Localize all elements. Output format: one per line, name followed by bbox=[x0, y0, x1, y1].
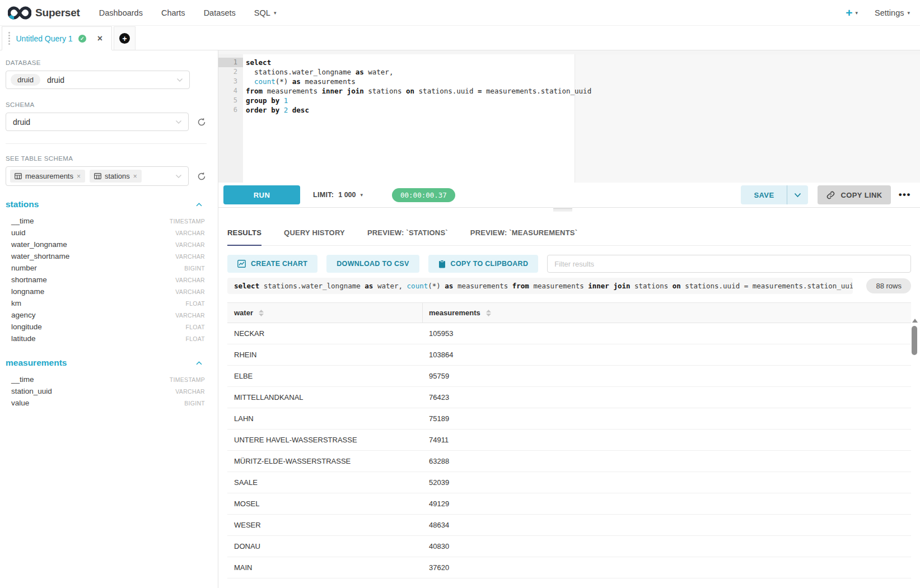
schema-column-row: agency VARCHAR bbox=[6, 309, 207, 321]
schema-column-row: longitude FLOAT bbox=[6, 321, 207, 333]
database-select[interactable]: druid druid bbox=[6, 71, 190, 89]
column-type: FLOAT bbox=[185, 300, 205, 307]
table-schema-select[interactable]: measurements × stations × bbox=[6, 166, 189, 186]
schema-label: SCHEMA bbox=[6, 101, 207, 108]
nav-item-dashboards[interactable]: Dashboards bbox=[99, 8, 143, 17]
water-cell: ELBE bbox=[227, 372, 423, 380]
results-tab-0[interactable]: RESULTS bbox=[227, 220, 261, 245]
query-preview-row: select stations.water_longname as water,… bbox=[227, 278, 911, 294]
query-tab-title: Untitled Query 1 bbox=[16, 34, 73, 43]
table-row: LAHN 75189 bbox=[227, 408, 911, 430]
superset-logo[interactable]: Superset bbox=[8, 6, 80, 20]
column-type: BIGINT bbox=[184, 400, 205, 407]
schema-column-row: uuid VARCHAR bbox=[6, 227, 207, 239]
schema-column-row: station_uuid VARCHAR bbox=[6, 385, 207, 397]
schema-table-columns: __time TIMESTAMP station_uuid VARCHAR va… bbox=[6, 374, 207, 409]
download-csv-label: DOWNLOAD TO CSV bbox=[337, 260, 409, 268]
table-row: MÜRITZ-ELDE-WASSERSTRASSE 63288 bbox=[227, 451, 911, 472]
close-tab-icon[interactable]: × bbox=[97, 34, 102, 43]
copy-link-button[interactable]: COPY LINK bbox=[818, 185, 890, 204]
refresh-schema-button[interactable] bbox=[197, 117, 207, 127]
nav-items: DashboardsChartsDatasetsSQL▾ bbox=[99, 8, 277, 17]
superset-sql-lab: Superset DashboardsChartsDatasetsSQL▾ + … bbox=[0, 0, 920, 588]
download-csv-button[interactable]: DOWNLOAD TO CSV bbox=[326, 255, 419, 273]
column-type: VARCHAR bbox=[175, 230, 205, 236]
measurements-cell: 40830 bbox=[423, 542, 911, 550]
sort-icon bbox=[259, 310, 264, 316]
measurements-cell: 75189 bbox=[423, 414, 911, 423]
results-table-header: water measurements bbox=[227, 302, 911, 323]
chevron-down-icon bbox=[175, 120, 182, 124]
results-tab-1[interactable]: QUERY HISTORY bbox=[284, 220, 345, 245]
water-cell: WESER bbox=[227, 521, 423, 529]
sqllab-sidebar: DATABASE druid druid SCHEMA druid bbox=[0, 50, 218, 588]
column-type: FLOAT bbox=[185, 324, 205, 330]
table-row: ELBE 95759 bbox=[227, 366, 911, 387]
save-dropdown-button[interactable] bbox=[787, 185, 808, 204]
table-row: WESER 48634 bbox=[227, 515, 911, 536]
measurements-cell: 76423 bbox=[423, 393, 911, 402]
column-type: VARCHAR bbox=[175, 288, 205, 295]
schema-column-row: __time TIMESTAMP bbox=[6, 215, 207, 227]
nav-item-sql[interactable]: SQL▾ bbox=[254, 8, 277, 17]
schema-column-row: km FLOAT bbox=[6, 297, 207, 309]
filter-results-input[interactable] bbox=[547, 255, 911, 273]
new-query-tab-button[interactable]: + bbox=[114, 26, 136, 50]
table-pill: stations × bbox=[90, 170, 142, 183]
schema-column-row: shortname VARCHAR bbox=[6, 274, 207, 286]
table-row: NECKAR 105953 bbox=[227, 323, 911, 344]
copy-clipboard-button[interactable]: COPY TO CLIPBOARD bbox=[428, 255, 539, 273]
caret-down-icon: ▾ bbox=[274, 10, 277, 16]
column-type: VARCHAR bbox=[175, 253, 205, 260]
remove-table-icon[interactable]: × bbox=[133, 172, 137, 180]
column-header-label: water bbox=[234, 309, 253, 317]
schema-table-header-measurements[interactable]: measurements bbox=[6, 358, 207, 368]
results-tab-3[interactable]: PREVIEW: `MEASUREMENTS` bbox=[470, 220, 577, 245]
schema-table-header-stations[interactable]: stations bbox=[6, 199, 207, 209]
sql-editor[interactable]: 123456 select stations.water_longname as… bbox=[218, 50, 920, 183]
table-row: UNTERE HAVEL-WASSERSTRASSE 74911 bbox=[227, 430, 911, 451]
table-row: MOSEL 49129 bbox=[227, 493, 911, 515]
water-cell: DONAU bbox=[227, 542, 423, 550]
create-chart-button[interactable]: CREATE CHART bbox=[227, 255, 317, 273]
nav-item-charts[interactable]: Charts bbox=[161, 8, 185, 17]
limit-dropdown[interactable]: LIMIT: 1 000 ▾ bbox=[313, 191, 363, 199]
nav-item-datasets[interactable]: Datasets bbox=[204, 8, 236, 17]
editor-code[interactable]: select stations.water_longname as water,… bbox=[243, 54, 920, 183]
save-button[interactable]: SAVE bbox=[741, 185, 787, 204]
scrollbar-up-arrow[interactable] bbox=[912, 319, 918, 323]
plus-circle-icon: + bbox=[119, 33, 130, 44]
nav-plus-menu[interactable]: + ▾ bbox=[846, 7, 858, 18]
schema-column-row: water_longname VARCHAR bbox=[6, 239, 207, 250]
run-button[interactable]: RUN bbox=[223, 185, 300, 204]
column-header-water[interactable]: water bbox=[227, 303, 423, 323]
schema-column-row: latitude FLOAT bbox=[6, 333, 207, 344]
column-header-measurements[interactable]: measurements bbox=[423, 303, 911, 323]
query-timer-badge: 00:00:00.37 bbox=[392, 188, 455, 202]
column-type: TIMESTAMP bbox=[170, 218, 205, 225]
schema-column-row: longname VARCHAR bbox=[6, 286, 207, 297]
water-cell: MITTELLANDKANAL bbox=[227, 393, 423, 402]
pane-resize-handle[interactable] bbox=[553, 208, 572, 212]
table-pill-label: stations bbox=[105, 172, 130, 180]
remove-table-icon[interactable]: × bbox=[77, 172, 81, 180]
scrollbar-thumb[interactable] bbox=[912, 326, 917, 355]
schema-table-name: measurements bbox=[6, 358, 67, 368]
measurements-cell: 37620 bbox=[423, 563, 911, 572]
see-table-schema-label: SEE TABLE SCHEMA bbox=[6, 155, 207, 162]
column-name: agency bbox=[11, 311, 36, 319]
column-type: TIMESTAMP bbox=[170, 376, 205, 383]
results-tab-2[interactable]: PREVIEW: `STATIONS` bbox=[367, 220, 448, 245]
schema-table-section: stations __time TIMESTAMP uuid VARCHAR w… bbox=[6, 199, 207, 344]
refresh-tables-button[interactable] bbox=[197, 171, 207, 181]
column-name: station_uuid bbox=[11, 387, 52, 395]
schema-select[interactable]: druid bbox=[6, 113, 189, 131]
column-type: VARCHAR bbox=[175, 241, 205, 248]
nav-settings-menu[interactable]: Settings ▾ bbox=[875, 8, 910, 17]
query-tab-active[interactable]: Untitled Query 1 ✓ × bbox=[2, 26, 112, 50]
brand-name: Superset bbox=[35, 7, 80, 19]
query-success-check-icon: ✓ bbox=[78, 35, 86, 43]
sqllab-main: 123456 select stations.water_longname as… bbox=[218, 50, 920, 588]
more-actions-button[interactable]: ••• bbox=[896, 189, 913, 200]
water-cell: MOSEL bbox=[227, 500, 423, 508]
